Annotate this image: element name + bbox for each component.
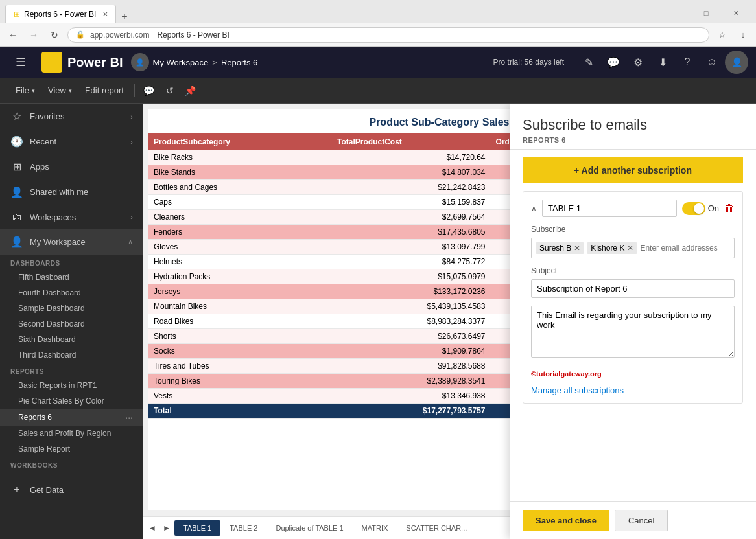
- tab-duplicate-of-table-1[interactable]: Duplicate of TABLE 1: [266, 520, 352, 536]
- refresh-toolbar-button[interactable]: ↺: [161, 82, 179, 100]
- favorites-chevron-icon: ›: [130, 113, 133, 120]
- bookmark-button[interactable]: ☆: [715, 27, 730, 43]
- toggle-control[interactable]: [682, 202, 705, 215]
- forward-button[interactable]: →: [26, 27, 41, 43]
- tab-close-button[interactable]: ×: [102, 9, 108, 19]
- tab-scatter-char...[interactable]: SCATTER CHAR...: [397, 520, 476, 536]
- tag-input-container[interactable]: Suresh B ✕ Kishore K ✕: [531, 238, 735, 258]
- tab-matrix[interactable]: MATRIX: [353, 520, 397, 536]
- dashboard-third[interactable]: Third Dashboard: [0, 347, 143, 363]
- sidebar-toggle-button[interactable]: ☰: [8, 49, 34, 75]
- address-bar[interactable]: 🔒 app.powerbi.com Reports 6 - Power BI: [67, 27, 709, 43]
- browser-tab-active[interactable]: ⊞ Reports 6 - Power BI ×: [5, 5, 116, 23]
- settings-button[interactable]: ⚙: [626, 51, 650, 74]
- view-label: View: [48, 86, 66, 95]
- cell-cost: $26,673.6497: [332, 329, 491, 344]
- sidebar-item-shared[interactable]: 👤 Shared with me: [0, 179, 143, 205]
- cell-product: Shorts: [148, 329, 332, 344]
- recent-chevron-icon: ›: [130, 138, 133, 146]
- save-close-button[interactable]: Save and close: [523, 510, 609, 531]
- report-reports6[interactable]: Reports 6 ···: [0, 409, 143, 426]
- file-label: File: [16, 86, 29, 95]
- maximize-button[interactable]: □: [691, 3, 721, 23]
- dashboard-fifth[interactable]: Fifth Dasboard: [0, 270, 143, 285]
- tag-suresh-remove[interactable]: ✕: [574, 244, 580, 252]
- back-button[interactable]: ←: [5, 27, 21, 43]
- email-input[interactable]: [640, 244, 730, 253]
- tab-table-2[interactable]: TABLE 2: [220, 520, 266, 536]
- reports-section-header: REPORTS: [0, 363, 143, 378]
- message-textarea[interactable]: This Email is regarding your subscriptio…: [531, 306, 735, 358]
- workbooks-section-header: WORKBOOKS: [0, 457, 143, 472]
- tab-table-1[interactable]: TABLE 1: [174, 520, 220, 536]
- user-profile-button[interactable]: 👤: [725, 51, 748, 74]
- minimize-button[interactable]: —: [661, 3, 691, 23]
- tag-suresh-label: Suresh B: [539, 244, 571, 253]
- download-button[interactable]: ⬇: [651, 51, 674, 74]
- cell-cost: $133,172.0236: [332, 284, 491, 299]
- sidebar-item-my-workspace[interactable]: 👤 My Workspace ∧: [0, 229, 143, 255]
- tag-kishore-remove[interactable]: ✕: [627, 244, 633, 252]
- comments-button[interactable]: 💬: [602, 51, 625, 74]
- subject-input[interactable]: [531, 279, 735, 298]
- file-menu-button[interactable]: File ▾: [10, 83, 40, 98]
- basic-report-label: Basic Reports in RPT1: [18, 381, 97, 390]
- dashboard-fourth[interactable]: Fourth Dashboard: [0, 285, 143, 301]
- browser-download-button[interactable]: ↓: [735, 27, 751, 43]
- tab-nav-next[interactable]: ►: [160, 522, 173, 534]
- pin-toolbar-button[interactable]: 📌: [182, 82, 200, 100]
- apps-label: Apps: [30, 162, 133, 172]
- sidebar-item-recent[interactable]: 🕐 Recent ›: [0, 129, 143, 154]
- shared-label: Shared with me: [30, 187, 133, 197]
- sidebar-item-get-data[interactable]: + Get Data: [0, 477, 143, 502]
- refresh-icon: ↺: [166, 86, 174, 96]
- cell-cost: $8,983,284.3377: [332, 314, 491, 329]
- tag-suresh: Suresh B ✕: [536, 242, 584, 254]
- edit-report-button[interactable]: Edit report: [80, 83, 129, 98]
- report-pie-chart[interactable]: Pie Chart Sales By Color: [0, 393, 143, 409]
- tab-buttons: TABLE 1TABLE 2Duplicate of TABLE 1MATRIX…: [174, 520, 476, 536]
- dashboard-sample[interactable]: Sample Dashboard: [0, 301, 143, 316]
- sidebar-item-workspaces[interactable]: 🗂 Workspaces ›: [0, 205, 143, 229]
- fourth-dashboard-label: Fourth Dashboard: [18, 288, 81, 297]
- edit-report-header-button[interactable]: ✎: [577, 51, 600, 74]
- new-tab-button[interactable]: +: [116, 11, 132, 23]
- collapse-button[interactable]: ∧: [531, 204, 537, 213]
- delete-subscription-button[interactable]: 🗑: [724, 203, 735, 214]
- refresh-button[interactable]: ↻: [47, 27, 62, 43]
- close-window-button[interactable]: ✕: [721, 3, 751, 23]
- dashboard-sixth[interactable]: Sixth Dashboard: [0, 332, 143, 347]
- report-basic[interactable]: Basic Reports in RPT1: [0, 378, 143, 393]
- workspaces-icon: 🗂: [10, 211, 23, 223]
- sidebar: ☆ Favorites › 🕐 Recent › ⊞ Apps 👤 Shared…: [0, 104, 143, 539]
- subscription-name-input[interactable]: [542, 200, 677, 217]
- cell-cost: $5,439,135.4583: [332, 299, 491, 314]
- cancel-button[interactable]: Cancel: [615, 510, 668, 531]
- report-sample[interactable]: Sample Report: [0, 441, 143, 457]
- add-subscription-button[interactable]: + Add another subscription: [523, 157, 743, 183]
- third-dashboard-label: Third Dashboard: [18, 350, 76, 360]
- powerbi-logo-icon: [41, 52, 62, 73]
- manage-subscriptions-link[interactable]: Manage all subscriptions: [531, 380, 735, 395]
- report-sales-profit[interactable]: Sales and Profit By Region: [0, 426, 143, 441]
- view-menu-button[interactable]: View ▾: [43, 83, 77, 98]
- feedback-button[interactable]: ☺: [700, 51, 724, 74]
- col-product-subcategory: ProductSubcategory: [148, 133, 332, 150]
- file-chevron-icon: ▾: [32, 87, 35, 94]
- total-label: Total: [148, 404, 332, 419]
- watermark: ©tutorialgateway.org: [531, 367, 735, 380]
- sidebar-item-favorites[interactable]: ☆ Favorites ›: [0, 104, 143, 129]
- cell-product: Fenders: [148, 225, 332, 240]
- cell-cost: $2,389,928.3541: [332, 374, 491, 389]
- comment-toolbar-button[interactable]: 💬: [140, 82, 158, 100]
- dashboard-second[interactable]: Second Dashboard: [0, 316, 143, 332]
- cell-product: Gloves: [148, 240, 332, 255]
- lock-icon: 🔒: [76, 30, 85, 39]
- reports6-options-icon[interactable]: ···: [125, 412, 133, 422]
- header-user-avatar: 👤: [131, 53, 149, 71]
- help-button[interactable]: ?: [676, 51, 699, 74]
- cell-product: Caps: [148, 195, 332, 210]
- cell-product: Bike Stands: [148, 165, 332, 180]
- tab-nav-prev[interactable]: ◄: [146, 522, 159, 534]
- sidebar-item-apps[interactable]: ⊞ Apps: [0, 154, 143, 179]
